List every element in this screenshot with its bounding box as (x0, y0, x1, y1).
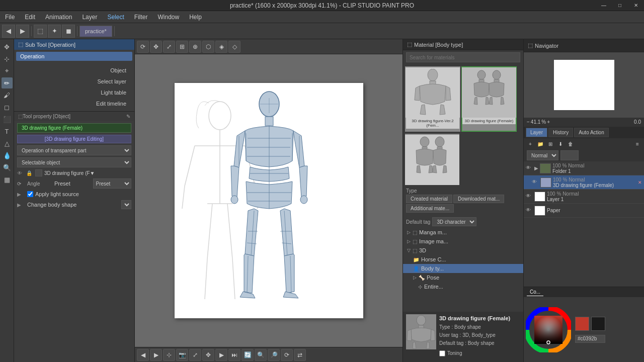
toolbar-btn-1[interactable]: ⬚ (34, 25, 47, 38)
minimize-button[interactable]: — (596, 0, 612, 11)
tree-pose[interactable]: ▷ 🦴 Pose (403, 273, 523, 282)
tab-auto-action[interactable]: Auto Action (574, 128, 609, 137)
tree-3d[interactable]: ▽ ⬚ 3D (403, 246, 523, 255)
color-wheel-container[interactable] (526, 307, 571, 352)
tool-pen[interactable]: ✏ (2, 77, 13, 88)
tab-layer[interactable]: Layer (526, 128, 547, 137)
zoom-plus[interactable]: + (547, 119, 550, 125)
tree-image-ma[interactable]: ▷ ⬚ Image ma... (403, 237, 523, 246)
hex-input[interactable] (575, 335, 605, 343)
op-transparent-select[interactable]: Operation of transparent part (17, 145, 131, 155)
subtool-object[interactable]: Object (18, 65, 130, 76)
bt-zoom2[interactable]: 🔎 (268, 349, 280, 361)
material-thumb-female[interactable]: 3D drawing figure (Female) (461, 66, 517, 132)
menu-file[interactable]: File (0, 11, 20, 23)
bt-lasso[interactable]: ⊹ (163, 349, 175, 361)
layer-1[interactable]: 👁 100 % Normal Layer 1 (524, 190, 644, 204)
subtool-select-layer[interactable]: Select layer (18, 76, 130, 87)
tree-body-ty[interactable]: 👤 Body ty... (403, 264, 523, 273)
material-thumb-female-v2[interactable]: 3D drawing figure-Ver.2 (Fem... (405, 66, 460, 132)
bt-end[interactable]: ⏭ (228, 349, 240, 361)
menu-animation[interactable]: Animation (40, 11, 77, 23)
canvas-3d-btn4[interactable]: ⊞ (176, 41, 188, 53)
tool-text[interactable]: T (2, 126, 13, 137)
tool-layer[interactable]: ▦ (2, 174, 13, 185)
tool-eraser[interactable]: ◻ (2, 102, 13, 113)
color-tab[interactable]: Co... (527, 288, 543, 296)
bt-fit[interactable]: ⤢ (189, 349, 201, 361)
apply-light-checkbox[interactable] (27, 191, 33, 197)
layer-paper[interactable]: 👁 Paper (524, 204, 644, 218)
canvas-3d-move[interactable]: ✥ (150, 41, 162, 53)
tool-move[interactable]: ✥ (2, 41, 13, 52)
layer-3d-eye[interactable]: 👁 (532, 179, 539, 186)
tree-horse[interactable]: 📁 Horse C... (403, 255, 523, 264)
tree-entire[interactable]: ⊹ Entire... (403, 282, 523, 291)
layer-duplicate[interactable]: ⊞ (546, 139, 555, 148)
subtool-edit-timeline[interactable]: Edit timeline (18, 98, 130, 109)
toolbar-arrow-right[interactable]: ▶ (16, 25, 29, 38)
navigator-view[interactable] (524, 52, 644, 118)
bt-rotate[interactable]: ⟳ (281, 349, 293, 361)
tool-fill[interactable]: ⬛ (2, 114, 13, 125)
tool-zoom[interactable]: 🔍 (2, 162, 13, 173)
bt-loop[interactable]: 🔄 (242, 349, 254, 361)
menu-edit[interactable]: Edit (20, 11, 40, 23)
tool-eyedrop[interactable]: 💧 (2, 150, 13, 161)
layer-folder[interactable]: 📁 (536, 139, 545, 148)
toolbar-btn-2[interactable]: ✦ (48, 25, 61, 38)
change-body-select[interactable]: ▼ (121, 200, 131, 209)
bt-zoom[interactable]: 🔍 (255, 349, 267, 361)
zoom-minus[interactable]: − (527, 119, 530, 125)
layer-folder-eye[interactable]: 👁 (526, 165, 533, 172)
bt-camera[interactable]: 📷 (176, 349, 188, 361)
maximize-button[interactable]: □ (612, 0, 628, 11)
bt-move[interactable]: ✥ (202, 349, 214, 361)
bg-color-swatch[interactable] (591, 317, 605, 331)
layer-menu[interactable]: ≡ (633, 139, 642, 148)
opacity-input[interactable]: 100 (560, 150, 579, 160)
close-button[interactable]: ✕ (628, 0, 644, 11)
layer-new[interactable]: + (526, 139, 535, 148)
layer-folder-expand[interactable]: ▶ (534, 165, 538, 171)
toolbar-btn-3[interactable]: ◼ (62, 25, 75, 38)
material-thumb-male[interactable]: 3D drawing figure (Male) (405, 134, 459, 185)
tool-lasso[interactable]: ⌖ (2, 65, 13, 76)
tree-manga-m[interactable]: ▷ ⬚ Manga m... (403, 228, 523, 237)
figure-edit-button[interactable]: [3D drawing figure Editing] (17, 135, 131, 143)
filter-downloaded[interactable]: Downloaded mat... (453, 195, 504, 203)
canvas-3d-btn5[interactable]: ⊕ (189, 41, 201, 53)
canvas-3d-btn8[interactable]: ◇ (228, 41, 240, 53)
menu-help[interactable]: Help (184, 11, 207, 23)
bt-flip[interactable]: ⇄ (294, 349, 306, 361)
layer-merge[interactable]: ⬇ (556, 139, 565, 148)
toning-checkbox[interactable] (439, 350, 445, 356)
canvas-3d-btn7[interactable]: ◈ (215, 41, 227, 53)
filter-additional[interactable]: Additional mate... (406, 204, 454, 213)
menu-window[interactable]: Window (152, 11, 184, 23)
layer-1-eye[interactable]: 👁 (526, 193, 533, 200)
menu-select[interactable]: Select (102, 11, 129, 23)
menu-layer[interactable]: Layer (77, 11, 102, 23)
preset-select[interactable]: Preset (93, 178, 132, 189)
tool-brush[interactable]: 🖌 (2, 89, 13, 101)
subtool-light-table[interactable]: Light table (18, 87, 130, 98)
canvas-3d-rotate[interactable]: ⟳ (137, 41, 149, 53)
bt-prev[interactable]: ◀ (137, 349, 149, 361)
tool-prop-edit-icon[interactable]: ✎ (126, 114, 130, 119)
tool-shape[interactable]: △ (2, 138, 13, 149)
toolbar-arrow-left[interactable]: ◀ (2, 25, 15, 38)
canvas-3d-scale[interactable]: ⤢ (163, 41, 175, 53)
material-search-input[interactable] (406, 52, 520, 62)
layer-3d-figure[interactable]: 👁 100 % Normal 3D drawing figure (Female… (524, 175, 644, 190)
bt-play[interactable]: ▶ (215, 349, 227, 361)
filter-created[interactable]: Created material (406, 195, 452, 203)
selectable-object-select[interactable]: Selectable object (17, 157, 131, 167)
tab-history[interactable]: History (548, 128, 573, 137)
layer-delete[interactable]: 🗑 (566, 139, 575, 148)
layer-paper-eye[interactable]: 👁 (526, 207, 533, 214)
canvas-viewport[interactable] (135, 54, 403, 347)
layer-folder-1[interactable]: 👁 ▶ 100 % Normal Folder 1 (524, 161, 644, 175)
bt-next[interactable]: ▶ (150, 349, 162, 361)
default-tag-select[interactable]: 3D character (432, 217, 476, 226)
